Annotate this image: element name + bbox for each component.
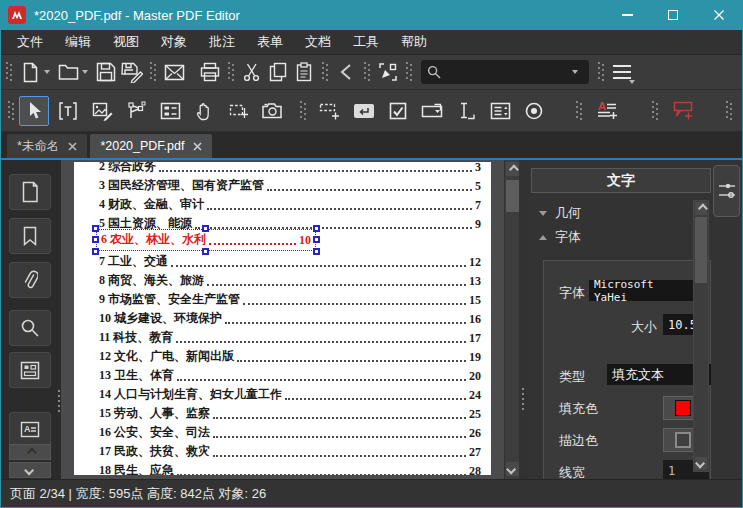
edit-image-tool-button[interactable]	[87, 96, 117, 126]
menu-object[interactable]: 对象	[150, 30, 198, 54]
push-button-tool-button[interactable]	[349, 96, 379, 126]
scrollbar-thumb[interactable]	[506, 180, 519, 212]
maximize-button[interactable]	[650, 0, 696, 30]
hand-tool-button[interactable]	[189, 96, 219, 126]
selection-handle[interactable]	[92, 236, 99, 243]
main-menu-button[interactable]	[609, 59, 635, 85]
save-as-button[interactable]	[119, 59, 145, 85]
toolbar-grip[interactable]	[405, 60, 413, 84]
menu-document[interactable]: 文档	[294, 30, 342, 54]
toolbar-grip[interactable]	[5, 60, 13, 84]
panel-scrollbar-thumb[interactable]	[695, 217, 707, 283]
toc-entry: 12 文化、广电、新闻出版	[99, 348, 234, 365]
selection-handle[interactable]	[92, 225, 99, 232]
toolbar-grip[interactable]	[149, 60, 157, 84]
font-name-field[interactable]: Microsoft YaHei	[589, 280, 695, 301]
document-viewport[interactable]: 2 综合政务3 3 国民经济管理、国有资产监管5 4 财政、金融、审计7 5 国…	[61, 160, 504, 479]
link-tool-button[interactable]	[315, 96, 345, 126]
new-document-dropdown-icon[interactable]	[44, 70, 50, 74]
toolbar-grip[interactable]	[597, 60, 605, 84]
link-icon	[319, 101, 341, 121]
sidebar-bookmarks-button[interactable]	[9, 218, 51, 254]
cut-button[interactable]	[239, 59, 265, 85]
toc-page-number: 3	[475, 162, 481, 175]
selected-text-object[interactable]: 6 农业、林业、水利 10	[96, 229, 316, 251]
tab-close-icon[interactable]	[68, 142, 77, 151]
toolbar-grip[interactable]	[725, 99, 733, 123]
scroll-up-button[interactable]	[506, 162, 519, 176]
scroll-down-button[interactable]	[506, 462, 519, 476]
select-region-tool-button[interactable]	[223, 96, 253, 126]
paste-button[interactable]	[291, 59, 317, 85]
chevron-down-icon	[695, 459, 705, 469]
send-mail-button[interactable]	[161, 59, 187, 85]
toolbar-grip[interactable]	[227, 60, 235, 84]
sidebar-scroll-up-button[interactable]	[9, 444, 51, 460]
panel-splitter[interactable]	[519, 160, 527, 479]
search-input[interactable]	[446, 65, 571, 79]
screen-grab-button[interactable]	[375, 59, 401, 85]
toolbar-grip[interactable]	[321, 60, 329, 84]
toc-row: 12 文化、广电、新闻出版19	[99, 346, 481, 365]
copy-button[interactable]	[265, 59, 291, 85]
menu-edit[interactable]: 编辑	[54, 30, 102, 54]
save-button[interactable]	[93, 59, 119, 85]
toolbar-grip[interactable]	[575, 99, 583, 123]
selection-handle[interactable]	[92, 248, 99, 255]
selection-handle[interactable]	[313, 236, 320, 243]
selection-handle[interactable]	[313, 248, 320, 255]
scissors-icon	[242, 62, 262, 82]
sidebar-attachments-button[interactable]	[9, 262, 51, 298]
section-font[interactable]: 字体	[539, 228, 581, 246]
sidebar-comments-button[interactable]: A	[9, 412, 51, 448]
tab-2020-pdf[interactable]: *2020_PDF.pdf	[90, 134, 212, 158]
properties-toggle-tab[interactable]	[713, 165, 740, 217]
selection-handle[interactable]	[202, 248, 209, 255]
menu-view[interactable]: 视图	[102, 30, 150, 54]
edit-text-tool-button[interactable]	[53, 96, 83, 126]
section-label: 字体	[555, 228, 581, 246]
panel-scroll-down-button[interactable]	[695, 457, 707, 470]
new-document-button[interactable]	[17, 59, 43, 85]
menu-tools[interactable]: 工具	[342, 30, 390, 54]
previous-view-button[interactable]	[333, 59, 359, 85]
menu-forms[interactable]: 表单	[246, 30, 294, 54]
edit-forms-tool-button[interactable]	[155, 96, 185, 126]
toolbar-grip[interactable]	[299, 99, 307, 123]
menu-help[interactable]: 帮助	[390, 30, 438, 54]
sticky-note-tool-button[interactable]: A	[593, 96, 623, 126]
selection-handle[interactable]	[313, 225, 320, 232]
sidebar-search-button[interactable]	[9, 310, 51, 346]
callout-tool-button[interactable]	[669, 96, 699, 126]
document-scrollbar[interactable]	[504, 160, 519, 479]
toolbar-grip[interactable]	[7, 99, 15, 123]
open-document-dropdown-icon[interactable]	[82, 70, 88, 74]
snapshot-tool-button[interactable]	[257, 96, 287, 126]
toolbar-grip[interactable]	[363, 60, 371, 84]
edit-path-tool-button[interactable]	[121, 96, 151, 126]
radio-button-tool-button[interactable]	[519, 96, 549, 126]
panel-scroll-up-button[interactable]	[695, 202, 707, 215]
print-button[interactable]	[197, 59, 223, 85]
minimize-button[interactable]	[604, 0, 650, 30]
checkbox-tool-button[interactable]	[383, 96, 413, 126]
menu-file[interactable]: 文件	[6, 30, 54, 54]
push-button-icon	[353, 103, 375, 119]
text-field-tool-button[interactable]	[451, 96, 481, 126]
combobox-tool-button[interactable]	[417, 96, 447, 126]
selection-handle[interactable]	[202, 225, 209, 232]
tab-close-icon[interactable]	[193, 142, 202, 151]
listbox-tool-button[interactable]	[485, 96, 515, 126]
close-button[interactable]	[696, 0, 742, 30]
menu-annotation[interactable]: 批注	[198, 30, 246, 54]
search-dropdown-icon[interactable]	[572, 70, 578, 74]
sidebar-scroll-down-button[interactable]	[9, 462, 51, 478]
sidebar-form-fields-button[interactable]	[9, 352, 51, 388]
toolbar-grip[interactable]	[651, 99, 659, 123]
select-tool-button[interactable]	[19, 96, 49, 126]
open-document-button[interactable]	[55, 59, 81, 85]
panel-scrollbar[interactable]	[693, 200, 709, 472]
sidebar-pages-button[interactable]	[9, 174, 51, 210]
section-geometry[interactable]: 几何	[539, 204, 581, 222]
tab-untitled[interactable]: *未命名	[7, 134, 87, 158]
